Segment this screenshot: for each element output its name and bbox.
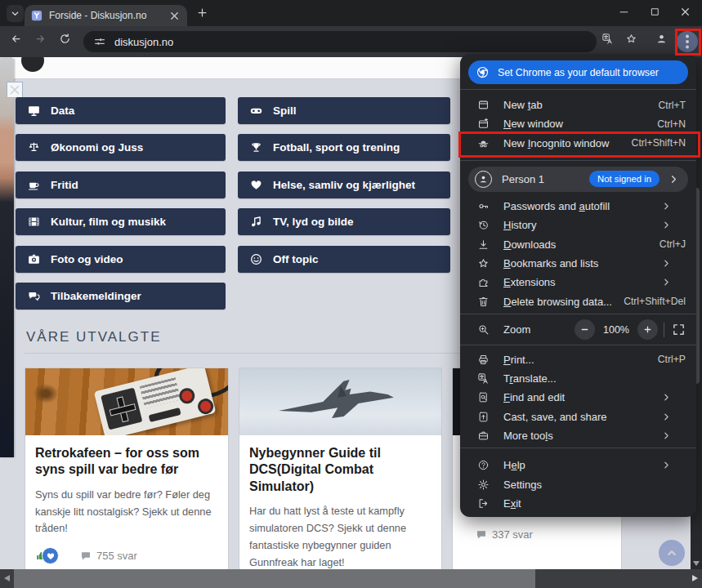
person-icon <box>475 171 492 188</box>
menu-item-exit[interactable]: Exit <box>460 494 696 513</box>
menu-item-print[interactable]: Print...Ctrl+P <box>460 350 696 369</box>
category-tv-lyd-og-bilde[interactable]: TV, lyd og bilde <box>238 208 450 235</box>
featured-card-retrokafeen[interactable]: Retrokafeen – for oss som syns spill var… <box>25 368 229 569</box>
category-okonomi-og-juss[interactable]: Økonomi og Juss <box>16 134 226 161</box>
menu-item-bookmarks-and-lists[interactable]: Bookmarks and lists <box>460 254 696 273</box>
card-title[interactable]: Nybegynner Guide til DCS(Digital Combat … <box>249 445 430 495</box>
menu-item-downloads[interactable]: DownloadsCtrl+J <box>460 234 696 253</box>
zoom-out-button[interactable] <box>575 319 595 340</box>
tab-search-button[interactable] <box>7 5 24 22</box>
window-close-button[interactable] <box>679 6 691 18</box>
horizontal-scrollbar[interactable] <box>0 569 702 588</box>
menu-item-label: Downloads <box>503 238 660 251</box>
puzzle-icon <box>477 276 490 288</box>
menu-item-label: New window <box>503 118 657 130</box>
translate-page-button[interactable] <box>601 33 614 45</box>
menu-item-new-incognito-window[interactable]: New Incognito windowCtrl+Shift+N <box>460 134 696 153</box>
chat-bubbles-icon <box>27 289 41 303</box>
film-icon <box>27 215 41 229</box>
menu-item-label: Find and edit <box>503 391 661 403</box>
menu-item-translate[interactable]: Translate... <box>460 369 696 388</box>
card-image-nes-controller <box>25 368 228 435</box>
menu-item-label: Passwords and autofill <box>503 200 661 212</box>
category-label: Helse, samliv og kjærlighet <box>273 179 415 191</box>
title-bar: Forside - Diskusjon.no <box>0 0 702 26</box>
menu-item-zoom: Zoom 100% <box>460 318 696 342</box>
scroll-to-top-button[interactable] <box>659 540 685 566</box>
bookmark-star-button[interactable] <box>625 33 637 45</box>
window-minimize-button[interactable] <box>618 6 630 18</box>
horizontal-scrollbar-thumb[interactable] <box>14 569 535 588</box>
menu-shortcut: Ctrl+Shift+N <box>632 137 686 149</box>
category-kultur-film-og-musikk[interactable]: Kultur, film og musikk <box>16 208 226 235</box>
menu-shortcut: Ctrl+P <box>658 354 686 365</box>
set-default-browser-button[interactable]: Set Chrome as your default browser <box>468 60 688 84</box>
new-tab-button[interactable] <box>196 7 208 19</box>
menu-item-passwords-and-autofill[interactable]: Passwords and autofill <box>460 197 696 216</box>
category-tilbakemeldinger[interactable]: Tilbakemeldinger <box>16 283 226 310</box>
new-tab-icon <box>477 99 490 111</box>
menu-item-more-tools[interactable]: More tools <box>460 426 696 445</box>
category-foto-og-video[interactable]: Foto og video <box>16 246 226 273</box>
category-spill[interactable]: Spill <box>238 97 450 124</box>
zoom-in-button[interactable] <box>637 319 658 340</box>
share-icon <box>477 411 490 423</box>
menu-item-history[interactable]: History <box>460 216 696 234</box>
category-fotball-sport-og-trening[interactable]: Fotball, sport og trening <box>238 134 450 161</box>
menu-item-extensions[interactable]: Extensions <box>460 273 696 292</box>
category-fritid[interactable]: Fritid <box>16 172 226 198</box>
back-button[interactable] <box>10 33 22 45</box>
menu-item-label: Help <box>503 459 661 471</box>
menu-item-label: Translate... <box>503 372 686 385</box>
menu-item-label: Delete browsing data... <box>503 296 624 308</box>
chevron-up-icon <box>664 546 679 560</box>
menu-shortcut: Ctrl+N <box>657 118 686 130</box>
chevron-right-icon <box>661 460 672 470</box>
scrollbar-right-arrow[interactable] <box>692 575 698 581</box>
menu-item-new-window[interactable]: New windowCtrl+N <box>460 114 696 133</box>
not-signed-in-badge: Not signed in <box>589 171 660 187</box>
chevron-right-icon <box>661 220 672 230</box>
card-title[interactable]: Retrokafeen – for oss som syns spill var… <box>35 445 217 479</box>
menu-divider <box>460 345 696 345</box>
window-maximize-button[interactable] <box>649 6 661 18</box>
tab-close-icon[interactable] <box>168 10 181 22</box>
site-settings-icon[interactable] <box>93 35 106 48</box>
menu-divider <box>460 314 696 314</box>
menu-item-find-and-edit[interactable]: Find and edit <box>460 388 696 407</box>
chevron-right-icon <box>661 277 672 287</box>
menu-shortcut: Ctrl+J <box>660 238 686 250</box>
category-label: Fritid <box>51 179 78 191</box>
menu-item-label: History <box>503 219 661 231</box>
menu-item-settings[interactable]: Settings <box>460 474 696 493</box>
reload-button[interactable] <box>59 33 71 45</box>
menu-item-label: Print... <box>503 354 658 366</box>
featured-card-dcs-guide[interactable]: Nybegynner Guide til DCS(Digital Combat … <box>239 368 442 569</box>
category-data[interactable]: Data <box>16 97 226 124</box>
menu-item-delete-browsing-data[interactable]: Delete browsing data...Ctrl+Shift+Del <box>460 292 696 310</box>
forward-button[interactable] <box>34 33 47 45</box>
profile-avatar-button[interactable] <box>655 33 668 45</box>
side-ad-banner[interactable] <box>0 59 14 457</box>
scrollbar-left-arrow[interactable] <box>4 575 10 581</box>
category-helse-samliv-og-kjaerlighet[interactable]: Helse, samliv og kjærlighet <box>238 172 450 198</box>
menu-item-cast-save-and-share[interactable]: Cast, save, and share <box>460 408 696 426</box>
coffee-cup-icon <box>27 178 41 192</box>
chrome-menu-button[interactable] <box>677 31 698 52</box>
menu-divider <box>460 448 696 448</box>
browser-tab[interactable]: Forside - Diskusjon.no <box>25 5 187 26</box>
fullscreen-icon[interactable] <box>672 323 686 336</box>
category-label: Kultur, film og musikk <box>51 216 166 228</box>
ad-close-button[interactable] <box>7 82 23 98</box>
menu-item-help[interactable]: Help <box>460 456 696 474</box>
smiley-icon <box>249 252 263 266</box>
star-icon <box>477 257 490 270</box>
reply-count: 755 svar <box>80 550 137 562</box>
menu-item-new-tab[interactable]: New tabCtrl+T <box>460 96 696 114</box>
menu-item-label: Exit <box>503 497 686 510</box>
card-reactions <box>35 547 59 564</box>
menu-profile-row[interactable]: Person 1 Not signed in <box>468 167 688 192</box>
category-off-topic[interactable]: Off topic <box>238 246 450 273</box>
address-bar[interactable]: diskusjon.no <box>83 31 597 52</box>
scrollbar-down-arrow[interactable] <box>693 561 700 566</box>
